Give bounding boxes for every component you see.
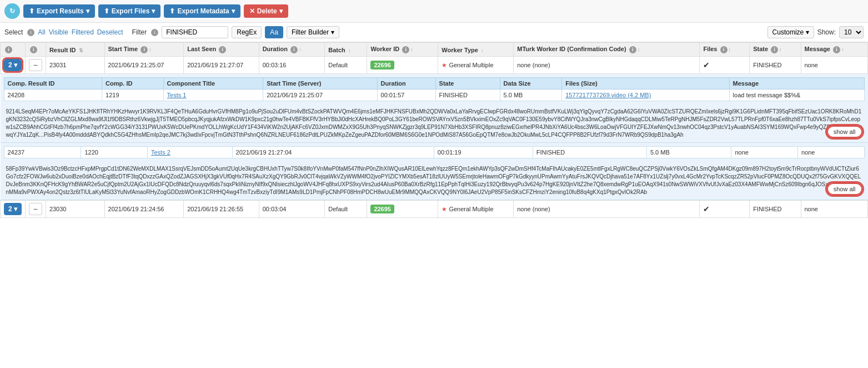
refresh-button[interactable]: ↻ [4, 3, 20, 19]
sub-th-duration: Duration [377, 78, 435, 89]
th-mturk[interactable]: MTurk Worker ID (Confirmation Code) i↕ [514, 43, 700, 57]
sub-comp-id-1: 1219 [102, 89, 163, 101]
sub-comp-title-link-1[interactable]: Tests 1 [167, 92, 187, 98]
duration-info-icon[interactable]: i [290, 46, 298, 53]
th-worker-id[interactable]: Worker ID i↕ [367, 43, 438, 57]
select-info-icon[interactable]: i [27, 29, 34, 36]
row1-worker-type-star: ★ [441, 62, 449, 68]
row2-worker-type: ★ General Multiple [438, 201, 514, 218]
start-time-sort-icon: ↕ [149, 47, 152, 52]
sub-duration-2: 00:01:19 [434, 147, 533, 158]
filter-input[interactable] [162, 26, 228, 38]
row2-minus-button[interactable]: − [29, 203, 42, 215]
last-seen-info-icon[interactable]: i [219, 46, 226, 53]
row2-files: ✔ [700, 201, 750, 218]
sub-message-2: none [797, 147, 864, 158]
delete-icon: ✕ [249, 7, 255, 15]
deselect-link[interactable]: Deselect [97, 28, 123, 36]
worker-id-info-icon[interactable]: i [402, 46, 409, 53]
sub-th-data-size: Data Size [500, 78, 562, 89]
sub-th-files-size: Files (Size) [562, 78, 729, 89]
export-files-button[interactable]: ⬆ Export Files [98, 4, 161, 18]
sub-comp-result-id-1: 24208 [4, 89, 102, 101]
export-metadata-icon: ⬆ [169, 7, 175, 15]
filter-label: Filter [132, 28, 147, 36]
table-row: 2 ▾ − 23030 2021/06/19 21:24:56 2021/06/… [1, 201, 868, 218]
th-files[interactable]: Files i↕ [700, 43, 750, 57]
row1-subtable-wrap: Comp. Result ID Comp. ID Component Title… [1, 74, 868, 105]
th-last-seen[interactable]: Last Seen i [184, 43, 259, 57]
sub-comp-title-link-2[interactable]: Tests 2 [151, 149, 170, 156]
files-info-icon[interactable]: i [720, 46, 727, 53]
row1-expand-button[interactable]: 2 ▾ [4, 59, 22, 71]
row1-expand-num: 2 [8, 61, 12, 69]
row2-batch: Default [325, 201, 367, 218]
th-batch[interactable]: Batch ↕ [325, 43, 367, 57]
regex-button[interactable]: RegEx [232, 26, 262, 38]
delete-button[interactable]: ✕ Delete [244, 4, 288, 18]
row1-show-all-button-2[interactable]: show all [827, 183, 862, 195]
sub-state-2: FINISHED [533, 147, 646, 158]
th-duration[interactable]: Duration i↕ [259, 43, 325, 57]
row2-result-id: 23030 [46, 201, 104, 218]
row1-subtable-cell: Comp. Result ID Comp. ID Component Title… [1, 74, 868, 201]
th-state[interactable]: State i↕ [750, 43, 801, 57]
message-sort-icon: ↕ [841, 47, 844, 52]
sub-comp-title-1: Tests 1 [163, 89, 263, 101]
row2-expand-cell: 2 ▾ [1, 201, 26, 218]
row1-show-all-button-1[interactable]: show all [827, 126, 862, 138]
state-sort-icon: ↕ [779, 47, 782, 52]
row1-worker-id: 22696 [367, 57, 438, 74]
row2-state: FINISHED [750, 201, 801, 218]
col-info1-icon[interactable]: i [5, 46, 12, 53]
batch-sort-icon: ↕ [348, 48, 351, 53]
sub-files-size-1: 1577217737269.video (4.2 MB) [562, 89, 729, 101]
sub-comp-result-id-2: 24237 [4, 147, 81, 158]
results-table: i i Result ID ⇅ Start Time i↕ Last Seen … [0, 42, 868, 218]
mturk-info-icon[interactable]: i [629, 46, 636, 53]
sub-state-1: FINISHED [435, 89, 500, 101]
row1-expand-chevron: ▾ [14, 61, 17, 69]
sub-message-1: load test message $$%& [729, 89, 864, 101]
message-info-icon[interactable]: i [833, 46, 840, 53]
export-metadata-button[interactable]: ⬆ Export Metadata [164, 4, 240, 18]
th-worker-type[interactable]: Worker Type ↕ [438, 43, 514, 57]
toolbar: ↻ ⬆ Export Results ⬆ Export Files ⬆ Expo… [0, 0, 868, 23]
result-id-sort-icon: ⇅ [79, 48, 83, 53]
aa-button[interactable]: Aa [265, 26, 283, 38]
row2-message: none [801, 201, 868, 218]
files-sort-icon: ↕ [729, 47, 731, 52]
visible-link[interactable]: Visible [49, 28, 68, 36]
row1-mturk: none (none) [514, 57, 700, 74]
row1-minus-button[interactable]: − [29, 59, 42, 71]
results-table-wrap: i i Result ID ⇅ Start Time i↕ Last Seen … [0, 42, 868, 218]
row1-sub-table: Comp. Result ID Comp. ID Component Title… [4, 77, 865, 101]
table-header-row: i i Result ID ⇅ Start Time i↕ Last Seen … [1, 43, 868, 57]
export-results-button[interactable]: ⬆ Export Results [23, 4, 95, 18]
all-link[interactable]: All [38, 28, 45, 36]
row2-mturk: none (none) [514, 201, 700, 218]
th-result-id[interactable]: Result ID ⇅ [46, 43, 104, 57]
sub-comp-title-2: Tests 2 [147, 147, 232, 158]
th-info2: i [25, 43, 46, 57]
row1-subtable-wrap-2: 24237 1220 Tests 2 2021/06/19 21:27:04 0… [1, 143, 868, 162]
sub-th-start-time: Start Time (Server) [263, 78, 377, 89]
filter-builder-button[interactable]: Filter Builder [287, 26, 339, 38]
state-info-icon[interactable]: i [771, 46, 778, 53]
show-select[interactable]: 10 25 50 [839, 26, 864, 38]
th-message[interactable]: Message i↕ [801, 43, 868, 57]
table-row: 2 ▾ − 23031 2021/06/19 21:25:07 2021/06/… [1, 57, 868, 74]
col-info2-icon[interactable]: i [30, 46, 37, 53]
sub-duration-1: 00:01:57 [377, 89, 435, 101]
customize-button[interactable]: Customize [767, 26, 814, 38]
filter-info-icon[interactable]: i [151, 29, 158, 36]
start-time-info-icon[interactable]: i [141, 46, 148, 53]
sub-files-link-1[interactable]: 1577217737269.video (4.2 MB) [565, 92, 651, 98]
filterbar: Select i All Visible Filtered Deselect F… [0, 23, 868, 42]
row2-expand-button[interactable]: 2 ▾ [4, 203, 22, 215]
worker-id-sort-icon: ↕ [410, 47, 413, 52]
th-start-time[interactable]: Start Time i↕ [104, 43, 184, 57]
row2-last-seen: 2021/06/19 21:26:55 [184, 201, 259, 218]
row1-state: FINISHED [750, 57, 801, 74]
filtered-link[interactable]: Filtered [72, 28, 94, 36]
